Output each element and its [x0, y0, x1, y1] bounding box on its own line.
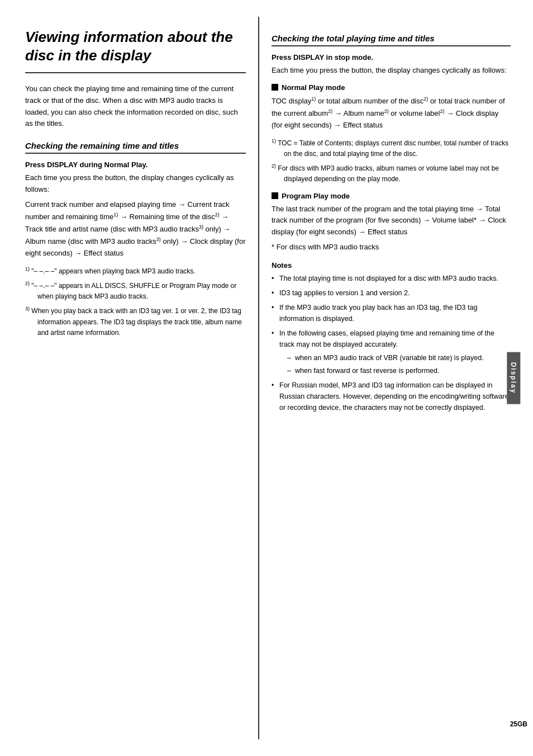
sub-note-2: when fast forward or fast reverse is per… — [287, 365, 511, 376]
right-body1: Each time you press the button, the disp… — [272, 65, 511, 77]
right-section-title: Checking the total playing time and titl… — [272, 34, 511, 46]
normal-play-footnotes: 1) TOC = Table of Contents; displays cur… — [272, 137, 511, 185]
note-item-1: The total playing time is not displayed … — [272, 273, 511, 284]
sub-note-1: when an MP3 audio track of VBR (variable… — [287, 352, 511, 363]
main-title: Viewing information about the disc in th… — [25, 28, 246, 73]
normal-footnote-1: 1) TOC = Table of Contents; displays cur… — [272, 137, 511, 159]
section1-footnotes: 1) "– –.– –" appears when playing back M… — [25, 265, 246, 338]
intro-text: You can check the playing time and remai… — [25, 83, 246, 130]
program-play-body: The last track number of the program and… — [272, 204, 511, 238]
normal-footnote-2: 2) For discs with MP3 audio tracks, albu… — [272, 162, 511, 185]
footnote-2: 2) "– –.– –" appears in ALL DISCS, SHUFF… — [25, 280, 246, 302]
section1-body1: Each time you press the button, the disp… — [25, 172, 246, 196]
program-play-section: Program Play mode The last track number … — [272, 192, 511, 253]
normal-play-title: Normal Play mode — [272, 83, 511, 92]
section1-subsection-label: Press DISPLAY during Normal Play. — [25, 160, 246, 169]
notes-heading: Notes — [272, 261, 511, 270]
note-item-4: In the following cases, elapsed playing … — [272, 328, 511, 376]
notes-list: The total playing time is not displayed … — [272, 273, 511, 413]
footnote-1: 1) "– –.– –" appears when playing back M… — [25, 265, 246, 277]
normal-play-body: TOC display1) or total album number of t… — [272, 95, 511, 131]
note-item-3: If the MP3 audio track you play back has… — [272, 302, 511, 324]
program-play-asterisk: * For discs with MP3 audio tracks — [272, 242, 511, 253]
normal-play-section: Normal Play mode TOC display1) or total … — [272, 83, 511, 185]
notes-section: Notes The total playing time is not disp… — [272, 261, 511, 413]
note-item-2: ID3 tag applies to version 1 and version… — [272, 287, 511, 299]
column-divider — [258, 17, 259, 739]
right-column: Checking the total playing time and titl… — [260, 17, 533, 739]
note-item-5: For Russian model, MP3 and ID3 tag infor… — [272, 380, 511, 413]
page: Viewing information about the disc in th… — [0, 0, 533, 756]
section-remaining-time: Checking the remaining time and titles P… — [25, 141, 246, 338]
section1-title: Checking the remaining time and titles — [25, 141, 246, 154]
footnote-3: 3) When you play back a track with an ID… — [25, 305, 246, 338]
left-column: Viewing information about the disc in th… — [0, 17, 257, 739]
sub-notes-list: when an MP3 audio track of VBR (variable… — [279, 352, 511, 376]
section1-body2: Current track number and elapsed playing… — [25, 199, 246, 259]
display-tab: Display — [507, 352, 521, 404]
page-number: 25GB — [510, 720, 527, 728]
right-subsection-label: Press DISPLAY in stop mode. — [272, 53, 511, 62]
program-play-title: Program Play mode — [272, 192, 511, 200]
